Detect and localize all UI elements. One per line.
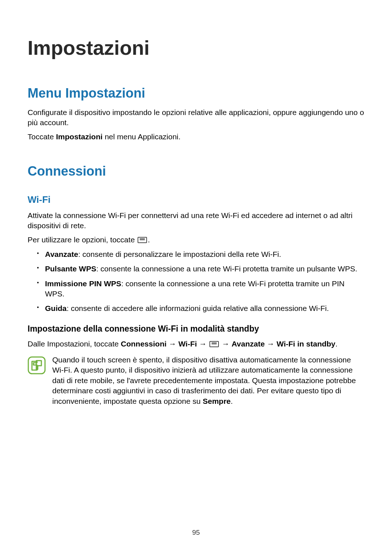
section-heading-menu-impostazioni: Menu Impostazioni	[28, 86, 364, 101]
note-icon	[28, 356, 46, 374]
text-run: : consente di personalizzare le impostaz…	[78, 250, 281, 258]
text-run: .	[231, 397, 233, 405]
text-bold: Impostazioni	[56, 132, 102, 141]
text-bold: Immissione PIN WPS	[45, 279, 121, 288]
arrow-icon: →	[265, 340, 277, 348]
text-bold: Connessioni	[121, 340, 167, 348]
note-text: Quando il touch screen è spento, il disp…	[52, 355, 364, 406]
text-run: : consente la connessione a una rete Wi-…	[96, 264, 357, 273]
arrow-icon: →	[197, 340, 209, 348]
arrow-icon: →	[167, 340, 179, 348]
list-item: Avanzate: consente di personalizzare le …	[38, 249, 364, 259]
text-run: : consente di accedere alle informazioni…	[67, 304, 329, 312]
paragraph: Per utilizzare le opzioni, toccate .	[28, 235, 364, 245]
list-item: Guida: consente di accedere alle informa…	[38, 303, 364, 313]
text-run: Toccate	[28, 132, 56, 141]
subheading-standby: Impostazione della connessione Wi-Fi in …	[28, 324, 364, 334]
text-run: .	[148, 235, 150, 244]
text-bold: Wi-Fi	[178, 340, 197, 348]
paragraph: Toccate Impostazioni nel menu Applicazio…	[28, 132, 364, 142]
page-title: Impostazioni	[28, 36, 364, 59]
section-heading-connessioni: Connessioni	[28, 164, 364, 179]
text-run: Dalle Impostazioni, toccate	[28, 340, 121, 348]
subsection-heading-wifi: Wi-Fi	[28, 194, 364, 205]
paragraph-navpath: Dalle Impostazioni, toccate Connessioni …	[28, 339, 364, 349]
text-run: .	[335, 340, 338, 348]
text-bold: Avanzate	[232, 340, 265, 348]
page-number: 95	[0, 529, 392, 537]
arrow-icon: →	[220, 340, 232, 348]
menu-icon	[209, 341, 219, 347]
text-run: nel menu Applicazioni.	[103, 132, 181, 141]
text-bold: Wi-Fi in standby	[277, 340, 335, 348]
text-bold: Sempre	[203, 397, 230, 405]
note-block: Quando il touch screen è spento, il disp…	[28, 355, 364, 406]
text-bold: Pulsante WPS	[45, 264, 96, 273]
document-page: Impostazioni Menu Impostazioni Configura…	[0, 0, 392, 406]
list-item: Immissione PIN WPS: consente la connessi…	[38, 279, 364, 299]
text-bold: Avanzate	[45, 250, 78, 258]
text-run: Per utilizzare le opzioni, toccate	[28, 235, 137, 244]
list-item: Pulsante WPS: consente la connessione a …	[38, 264, 364, 274]
paragraph: Attivate la connessione Wi-Fi per connet…	[28, 210, 364, 231]
bullet-list: Avanzate: consente di personalizzare le …	[28, 249, 364, 314]
paragraph: Configurate il dispositivo impostando le…	[28, 107, 364, 128]
text-bold: Guida	[45, 304, 67, 312]
menu-icon	[138, 237, 147, 243]
